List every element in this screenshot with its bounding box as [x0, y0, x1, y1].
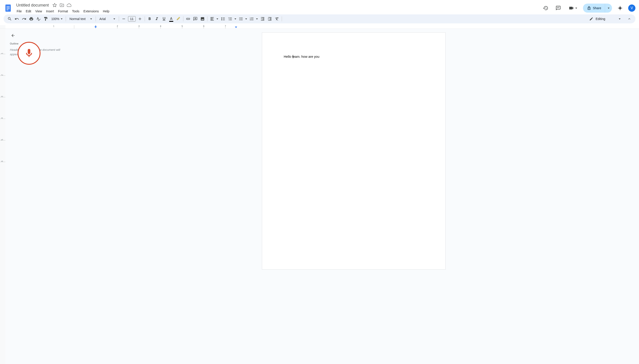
menu-insert[interactable]: Insert: [44, 8, 56, 14]
checklist-button[interactable]: [227, 16, 234, 22]
svg-rect-6: [557, 8, 559, 8]
page[interactable]: Hello team. how are you: [262, 32, 446, 270]
svg-rect-1: [7, 6, 10, 7]
increase-font-button[interactable]: [137, 16, 143, 22]
meet-button[interactable]: [566, 4, 579, 12]
separator: [119, 16, 119, 21]
text-color-swatch: [169, 21, 173, 22]
chevron-down-icon: [575, 8, 577, 9]
numbered-list-button[interactable]: [248, 16, 255, 22]
chevron-down-icon: [619, 18, 620, 20]
voice-typing-button[interactable]: [18, 42, 41, 65]
menu-extensions[interactable]: Extensions: [82, 8, 101, 14]
insert-link-button[interactable]: [185, 16, 191, 22]
star-icon[interactable]: [52, 2, 57, 8]
svg-rect-3: [7, 8, 10, 9]
menu-help[interactable]: Help: [101, 8, 111, 14]
redo-button[interactable]: [21, 16, 28, 22]
svg-rect-2: [7, 8, 10, 8]
undo-button[interactable]: [14, 16, 20, 22]
menu-file[interactable]: File: [15, 8, 24, 14]
spellcheck-button[interactable]: [35, 16, 42, 22]
decrease-indent-button[interactable]: [259, 16, 266, 22]
chevron-down-icon: [217, 18, 218, 20]
chevron-down-icon: [245, 18, 247, 20]
ruler-vertical[interactable]: 1 2 3 4 5 6: [0, 29, 6, 364]
separator: [96, 16, 96, 21]
insert-image-button[interactable]: [199, 16, 206, 22]
decrease-font-button[interactable]: [120, 16, 127, 22]
highlight-button[interactable]: [175, 16, 182, 22]
menu-bar: File Edit View Insert Format Tools Exten…: [15, 8, 541, 14]
menu-view[interactable]: View: [34, 8, 44, 14]
separator: [207, 16, 207, 21]
share-button[interactable]: Share: [583, 4, 605, 12]
right-indent-marker[interactable]: [235, 26, 237, 28]
editing-mode-value: Editing: [596, 17, 605, 21]
cloud-status-icon[interactable]: [66, 2, 72, 8]
editing-mode-select[interactable]: Editing: [586, 16, 624, 22]
document-canvas[interactable]: Hello team. how are you: [68, 29, 639, 364]
menu-tools[interactable]: Tools: [70, 8, 81, 14]
font-select[interactable]: Arial: [97, 16, 117, 22]
font-value: Arial: [99, 17, 106, 21]
print-button[interactable]: [28, 16, 35, 22]
docs-logo[interactable]: [4, 2, 13, 14]
paragraph-style-select[interactable]: Normal text: [67, 16, 94, 22]
main: 1 2 3 4 5 6 Outline Headings you add to …: [0, 29, 639, 364]
numbered-combo: [248, 16, 259, 22]
separator: [183, 16, 183, 21]
separator: [282, 16, 282, 21]
chevron-down-icon: [113, 18, 115, 20]
outline-title: Outline: [10, 42, 64, 45]
menu-format[interactable]: Format: [56, 8, 70, 14]
paint-format-button[interactable]: [42, 16, 49, 22]
text-color-button[interactable]: [168, 16, 175, 22]
zoom-select[interactable]: 100%: [50, 16, 64, 22]
increase-indent-button[interactable]: [266, 16, 273, 22]
chevron-down-icon: [90, 18, 92, 20]
underline-button[interactable]: [161, 16, 167, 22]
line-spacing-button[interactable]: [220, 16, 226, 22]
clear-formatting-button[interactable]: [274, 16, 280, 22]
share-dropdown[interactable]: [605, 4, 612, 12]
font-size-input[interactable]: [128, 16, 136, 22]
outline-close-button[interactable]: [10, 32, 16, 39]
toolbar-wrap: 100% Normal text Arial: [0, 14, 639, 25]
title-area: Untitled document File Edit View Insert …: [15, 2, 541, 14]
document-title[interactable]: Untitled document: [15, 2, 50, 8]
checklist-dropdown[interactable]: [234, 16, 237, 22]
search-menus-button[interactable]: [6, 16, 13, 22]
add-comment-button[interactable]: [192, 16, 199, 22]
svg-rect-4: [7, 10, 8, 10]
comments-icon[interactable]: [554, 4, 563, 12]
chevron-down-icon: [61, 18, 63, 20]
move-icon[interactable]: [59, 2, 65, 8]
ruler-horizontal[interactable]: 1 1 2 3 4 5 6 7: [0, 25, 639, 29]
document-body[interactable]: Hello team. how are you: [284, 54, 424, 59]
align-button[interactable]: [209, 16, 216, 22]
bulleted-list-button[interactable]: [238, 16, 244, 22]
left-indent-marker[interactable]: [95, 26, 97, 27]
share-label: Share: [593, 6, 601, 10]
bulleted-dropdown[interactable]: [244, 16, 248, 22]
italic-button[interactable]: [153, 16, 160, 22]
align-dropdown[interactable]: [216, 16, 219, 22]
history-icon[interactable]: [541, 4, 550, 12]
share-group: Share: [583, 4, 612, 12]
toolbar: 100% Normal text Arial: [4, 14, 635, 23]
chevron-down-icon: [235, 18, 236, 20]
numbered-dropdown[interactable]: [255, 16, 259, 22]
font-size-group: [120, 16, 143, 22]
chevron-down-icon: [608, 8, 609, 9]
zoom-value: 100%: [51, 17, 59, 21]
bullets-combo: [238, 16, 248, 22]
bold-button[interactable]: [146, 16, 153, 22]
collapse-toolbar-button[interactable]: [626, 16, 633, 22]
gemini-icon[interactable]: [616, 4, 624, 12]
svg-rect-5: [557, 7, 559, 8]
account-avatar[interactable]: V: [628, 4, 635, 12]
svg-rect-0: [6, 4, 11, 12]
separator: [145, 16, 145, 21]
menu-edit[interactable]: Edit: [24, 8, 33, 14]
